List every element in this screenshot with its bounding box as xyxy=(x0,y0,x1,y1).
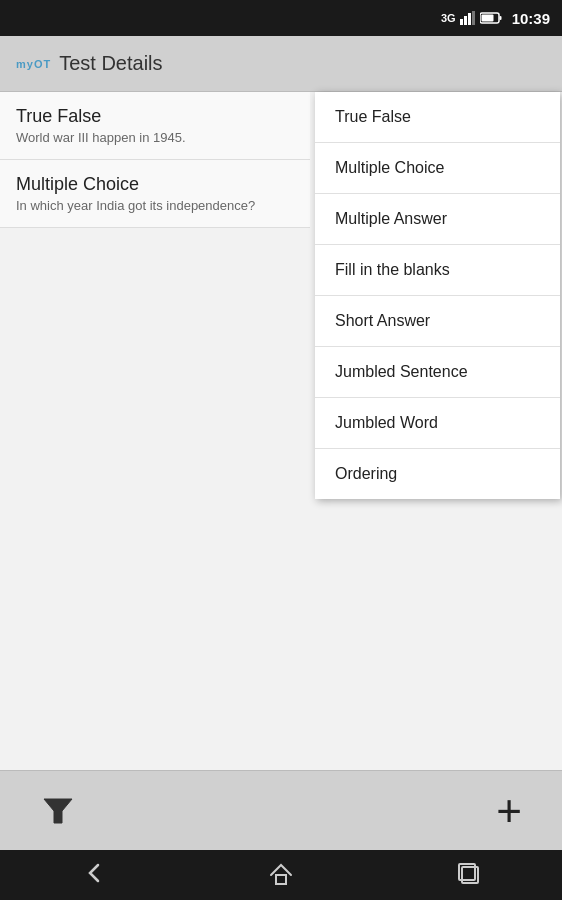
filter-icon xyxy=(40,793,76,829)
add-button[interactable]: + xyxy=(496,789,522,833)
recent-apps-icon xyxy=(454,859,482,887)
signal-indicator: 3G xyxy=(441,12,456,24)
back-icon xyxy=(80,859,108,887)
back-button[interactable] xyxy=(80,859,108,891)
signal-bars-icon xyxy=(460,11,476,25)
dropdown-item-multiple-choice[interactable]: Multiple Choice xyxy=(315,143,560,194)
app-bar: myOT Test Details xyxy=(0,36,562,92)
nav-bar xyxy=(0,850,562,900)
dropdown-item-short-answer[interactable]: Short Answer xyxy=(315,296,560,347)
dropdown-item-ordering[interactable]: Ordering xyxy=(315,449,560,499)
svg-rect-5 xyxy=(499,16,501,20)
svg-rect-1 xyxy=(464,16,467,25)
dropdown-item-jumbled-sentence[interactable]: Jumbled Sentence xyxy=(315,347,560,398)
battery-icon xyxy=(480,12,502,24)
list-item-title: True False xyxy=(16,106,294,127)
list-item-subtitle: In which year India got its independence… xyxy=(16,198,294,213)
main-content: True False World war III happen in 1945.… xyxy=(0,92,562,770)
list-item-subtitle: World war III happen in 1945. xyxy=(16,130,294,145)
home-button[interactable] xyxy=(267,859,295,891)
svg-rect-6 xyxy=(481,15,493,22)
home-icon xyxy=(267,859,295,887)
dropdown-item-multiple-answer[interactable]: Multiple Answer xyxy=(315,194,560,245)
svg-rect-0 xyxy=(460,19,463,25)
list-item[interactable]: True False World war III happen in 1945. xyxy=(0,92,310,160)
svg-rect-2 xyxy=(468,13,471,25)
dropdown-item-true-false[interactable]: True False xyxy=(315,92,560,143)
app-logo: myOT xyxy=(16,58,51,70)
time-display: 10:39 xyxy=(512,10,550,27)
svg-rect-9 xyxy=(276,875,286,884)
bottom-action-bar: + xyxy=(0,770,562,850)
list-item-title: Multiple Choice xyxy=(16,174,294,195)
list-item[interactable]: Multiple Choice In which year India got … xyxy=(0,160,310,228)
filter-button[interactable] xyxy=(40,793,76,829)
recent-apps-button[interactable] xyxy=(454,859,482,891)
status-icons: 3G 10:39 xyxy=(441,10,550,27)
page-title: Test Details xyxy=(59,52,162,75)
status-bar: 3G 10:39 xyxy=(0,0,562,36)
dropdown-item-fill-blanks[interactable]: Fill in the blanks xyxy=(315,245,560,296)
dropdown-menu: True False Multiple Choice Multiple Answ… xyxy=(315,92,560,499)
dropdown-item-jumbled-word[interactable]: Jumbled Word xyxy=(315,398,560,449)
svg-rect-3 xyxy=(472,11,475,25)
